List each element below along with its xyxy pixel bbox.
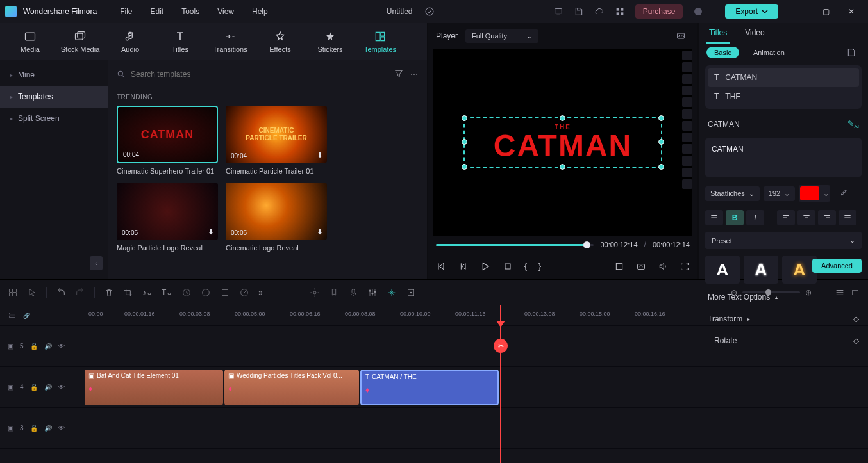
more-tools-icon[interactable]: » [258, 288, 263, 297]
speed-icon[interactable] [181, 288, 192, 298]
resize-handle[interactable] [560, 115, 565, 121]
preset-item[interactable]: A [705, 256, 740, 284]
tool-media[interactable]: Media [5, 26, 55, 57]
align-right-button[interactable] [818, 210, 836, 225]
ai-icon[interactable]: ✎AI [847, 119, 859, 129]
resize-handle[interactable] [658, 115, 664, 121]
preset-item[interactable]: A [782, 256, 817, 284]
menu-tools[interactable]: Tools [174, 4, 207, 19]
template-card[interactable]: 00:05⬇ Cinematic Logo Reveal [226, 183, 327, 252]
audio-edit-icon[interactable]: ♪⌄ [142, 288, 153, 297]
pointer-icon[interactable] [27, 288, 37, 298]
layer-item[interactable]: TTHE [708, 87, 859, 106]
play-button[interactable] [480, 261, 491, 272]
volume-icon[interactable] [658, 261, 668, 272]
resize-handle[interactable] [462, 164, 467, 170]
resize-handle[interactable] [658, 139, 664, 145]
subtab-basic[interactable]: Basic [706, 47, 739, 58]
speed-ramp-icon[interactable] [239, 288, 249, 298]
purchase-button[interactable]: Purchase [635, 4, 683, 19]
tab-video[interactable]: Video [742, 23, 767, 44]
step-back-button[interactable] [458, 261, 468, 272]
lock-icon[interactable]: 🔓 [30, 425, 38, 432]
download-icon[interactable]: ⬇ [317, 150, 323, 159]
crop-icon[interactable] [614, 261, 624, 272]
visibility-icon[interactable]: 👁 [58, 343, 65, 350]
visibility-icon[interactable]: 👁 [58, 425, 65, 432]
resize-handle[interactable] [658, 164, 664, 170]
color-icon[interactable] [201, 288, 211, 298]
tool-transitions[interactable]: Transitions [205, 26, 255, 57]
template-card[interactable]: CATMAN00:04 Cinematic Superhero Trailer … [117, 106, 218, 175]
font-select[interactable]: Staatliches⌄ [705, 186, 760, 201]
track-row[interactable] [83, 408, 868, 449]
resize-handle[interactable] [462, 139, 467, 145]
undo-icon[interactable] [56, 288, 66, 298]
more-icon[interactable]: ⋯ [410, 70, 418, 79]
bold-button[interactable]: B [726, 210, 744, 225]
audio-mixer-icon[interactable] [367, 288, 378, 298]
menu-file[interactable]: File [112, 4, 140, 19]
avatar[interactable] [689, 3, 707, 20]
export-button[interactable]: Export [725, 4, 778, 19]
snapshot-icon[interactable] [672, 27, 690, 45]
template-card[interactable]: CINEMATICPARTICLE TRAILER00:04⬇ Cinemati… [226, 106, 327, 175]
preset-select[interactable]: Preset⌄ [705, 232, 862, 249]
cloud-icon[interactable] [590, 3, 608, 20]
tool-titles[interactable]: Titles [155, 26, 205, 57]
menu-view[interactable]: View [210, 4, 242, 19]
frame-icon[interactable] [406, 288, 416, 298]
search-input[interactable] [117, 70, 387, 79]
lock-icon[interactable]: 🔓 [30, 343, 38, 350]
mute-icon[interactable]: 🔊 [44, 343, 52, 350]
italic-button[interactable]: I [746, 210, 764, 225]
quality-select[interactable]: Full Quality⌄ [465, 29, 538, 43]
scrubber[interactable] [436, 244, 594, 246]
filter-icon[interactable] [394, 69, 404, 81]
template-card[interactable]: 00:05⬇ Magic Particle Logo Reveal [117, 183, 218, 252]
menu-edit[interactable]: Edit [143, 4, 172, 19]
align-justify-button[interactable] [839, 210, 856, 225]
preset-item[interactable]: A [744, 256, 778, 284]
subtab-animation[interactable]: Animation [746, 47, 792, 58]
track-row[interactable] [83, 326, 868, 367]
timeline-clip[interactable]: ▣Wedding Particles Titles Pack Vol 0...♦ [224, 370, 359, 405]
prev-button[interactable] [436, 261, 446, 272]
marker-list-icon[interactable] [310, 288, 320, 298]
split-button[interactable]: ✂ [494, 339, 508, 353]
resize-handle[interactable] [462, 115, 467, 121]
crop-icon[interactable] [123, 288, 133, 298]
text-input[interactable]: CATMAN [705, 138, 862, 177]
grid-icon[interactable] [611, 3, 629, 20]
save-icon[interactable] [570, 3, 588, 20]
snap-icon[interactable] [387, 288, 397, 298]
device-icon[interactable] [549, 3, 567, 20]
maximize-button[interactable]: ▢ [814, 3, 837, 20]
resize-handle[interactable] [560, 164, 565, 170]
timeline-clip[interactable]: ▣Bat And Cat Title Element 01♦ [85, 370, 223, 405]
mark-in-button[interactable]: { [524, 262, 527, 271]
save-preset-icon[interactable] [842, 44, 860, 61]
time-ruler[interactable]: 00:00 00:00:01:16 00:00:03:08 00:00:05:0… [83, 305, 868, 326]
layer-item[interactable]: TCATMAN [708, 68, 859, 87]
redo-icon[interactable] [75, 288, 85, 298]
add-track-icon[interactable] [8, 311, 17, 321]
color-select[interactable]: ⌄ [799, 185, 830, 202]
advanced-button[interactable]: Advanced [812, 259, 862, 273]
mute-icon[interactable]: 🔊 [44, 384, 52, 391]
mark-out-button[interactable]: } [538, 262, 541, 271]
tool-effects[interactable]: Effects [255, 26, 305, 57]
stop-button[interactable] [503, 261, 513, 272]
mute-icon[interactable]: 🔊 [44, 425, 52, 432]
sidebar-item-templates[interactable]: Templates [0, 86, 108, 108]
close-button[interactable]: ✕ [840, 3, 863, 20]
preview-area[interactable]: THE CATMAN [433, 49, 692, 236]
tool-stock-media[interactable]: Stock Media [55, 26, 105, 57]
green-screen-icon[interactable] [220, 288, 230, 298]
download-icon[interactable]: ⬇ [208, 227, 214, 236]
track-row[interactable]: ▣Bat And Cat Title Element 01♦ ▣Wedding … [83, 367, 868, 408]
zoom-slider[interactable] [742, 291, 800, 293]
fullscreen-icon[interactable] [680, 261, 690, 272]
layout-icon[interactable] [8, 288, 18, 298]
lock-icon[interactable]: 🔓 [30, 384, 38, 391]
